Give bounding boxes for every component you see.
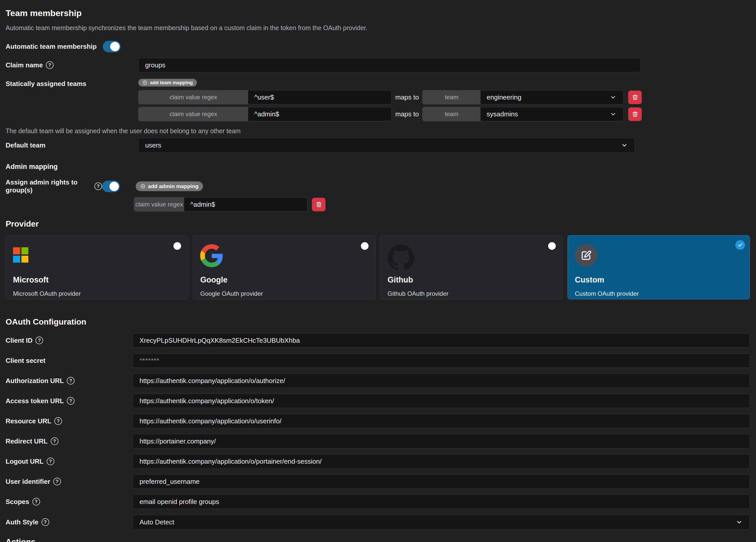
delete-mapping-button[interactable] xyxy=(312,198,325,211)
maps-to-label: maps to xyxy=(392,110,422,118)
section-description: Automatic team membership synchronizes t… xyxy=(6,24,750,32)
custom-edit-icon xyxy=(575,244,597,266)
chevron-down-icon xyxy=(610,110,617,118)
page-title: Team membership xyxy=(6,8,750,18)
provider-card-description: Google OAuth provider xyxy=(200,290,368,297)
access-token-url-label: Access token URL xyxy=(6,397,64,405)
trash-icon xyxy=(632,111,638,117)
client-id-label: Client ID xyxy=(6,337,32,345)
regex-value-input[interactable]: ^admin$ xyxy=(184,197,307,211)
selected-check-icon xyxy=(735,240,745,250)
provider-title: Provider xyxy=(6,219,750,228)
admin-mapping-row: claim value regex ^admin$ xyxy=(134,197,750,211)
help-icon[interactable] xyxy=(67,397,74,405)
team-mapping-row: claim value regex ^user$ maps to team en… xyxy=(138,90,750,104)
radio-unselected-icon[interactable] xyxy=(361,242,369,250)
regex-field-label: claim value regex xyxy=(138,107,248,121)
resource-url-input[interactable] xyxy=(133,414,750,428)
toggle-knob xyxy=(109,182,119,191)
help-icon[interactable] xyxy=(32,498,40,506)
redirect-url-input[interactable] xyxy=(133,434,750,448)
client-id-input[interactable] xyxy=(133,333,750,348)
plus-circle-icon xyxy=(142,80,147,85)
provider-card-title: Google xyxy=(200,276,368,285)
help-icon[interactable] xyxy=(94,182,102,190)
client-secret-label: Client secret xyxy=(6,357,45,365)
help-icon[interactable] xyxy=(67,377,74,385)
microsoft-logo-icon xyxy=(13,247,28,262)
radio-unselected-icon[interactable] xyxy=(548,242,556,250)
user-identifier-label: User identifier xyxy=(6,478,50,486)
authorization-url-input[interactable] xyxy=(133,374,750,388)
team-select[interactable]: engineering xyxy=(481,90,623,104)
add-admin-mapping-button[interactable]: add admin mapping xyxy=(136,181,203,191)
help-icon[interactable] xyxy=(42,518,49,526)
authorization-url-label: Authorization URL xyxy=(6,377,64,385)
provider-card-title: Github xyxy=(388,276,555,285)
logout-url-input[interactable] xyxy=(133,454,750,469)
provider-card-title: Microsoft xyxy=(13,276,181,285)
help-icon[interactable] xyxy=(51,437,58,445)
help-icon[interactable] xyxy=(53,478,61,485)
redirect-url-label: Redirect URL xyxy=(6,437,48,445)
provider-cards: Microsoft Microsoft OAuth provider Googl… xyxy=(6,235,750,299)
oauth-configuration-title: OAuth Configuration xyxy=(6,317,750,327)
provider-card-description: Github OAuth provider xyxy=(388,290,555,297)
default-team-note: The default team will be assigned when t… xyxy=(6,127,750,135)
claim-name-input[interactable] xyxy=(138,58,641,72)
claim-name-label: Claim name xyxy=(6,61,43,69)
scopes-label: Scopes xyxy=(6,498,29,506)
assign-admin-label: Assign admin rights to group(s) xyxy=(6,178,91,194)
chevron-down-icon xyxy=(735,518,743,526)
maps-to-label: maps to xyxy=(392,93,422,101)
help-icon[interactable] xyxy=(47,458,54,465)
regex-field-label: claim value regex xyxy=(138,90,248,104)
toggle-knob xyxy=(110,42,120,51)
help-icon[interactable] xyxy=(35,337,43,344)
team-mapping-row: claim value regex ^admin$ maps to team s… xyxy=(138,107,750,121)
provider-card-github[interactable]: Github Github OAuth provider xyxy=(380,235,563,299)
delete-mapping-button[interactable] xyxy=(628,91,642,104)
team-select[interactable]: sysadmins xyxy=(481,107,623,121)
resource-url-label: Resource URL xyxy=(6,417,51,425)
user-identifier-input[interactable] xyxy=(133,474,750,489)
add-team-mapping-button[interactable]: add team mapping xyxy=(138,79,197,86)
chevron-down-icon xyxy=(610,94,617,101)
trash-icon xyxy=(632,94,638,100)
auto-team-membership-label: Automatic team membership xyxy=(6,43,97,50)
regex-value-input[interactable]: ^admin$ xyxy=(248,107,392,121)
provider-card-microsoft[interactable]: Microsoft Microsoft OAuth provider xyxy=(6,235,188,299)
logout-url-label: Logout URL xyxy=(6,458,44,465)
delete-mapping-button[interactable] xyxy=(628,107,642,121)
github-logo-icon xyxy=(388,244,414,271)
static-teams-label: Statically assigned teams xyxy=(6,79,138,88)
plus-circle-icon xyxy=(140,184,145,189)
default-team-select[interactable]: users xyxy=(138,138,635,153)
provider-card-description: Microsoft OAuth provider xyxy=(13,290,181,297)
regex-field-label: claim value regex xyxy=(134,197,184,211)
default-team-label: Default team xyxy=(6,141,138,149)
client-secret-input[interactable] xyxy=(133,354,750,368)
team-field-label: team xyxy=(423,90,481,104)
provider-card-custom[interactable]: Custom Custom OAuth provider xyxy=(568,235,750,299)
help-icon[interactable] xyxy=(54,417,62,425)
auth-style-label: Auth Style xyxy=(6,518,39,526)
regex-value-input[interactable]: ^user$ xyxy=(248,90,392,104)
trash-icon xyxy=(316,201,322,208)
chevron-down-icon xyxy=(621,141,628,149)
google-logo-icon xyxy=(200,244,223,267)
provider-card-description: Custom OAuth provider xyxy=(575,290,742,297)
provider-card-google[interactable]: Google Google OAuth provider xyxy=(193,235,375,299)
access-token-url-input[interactable] xyxy=(133,394,750,408)
admin-mapping-title: Admin mapping xyxy=(6,163,750,171)
auth-style-select[interactable]: Auto Detect xyxy=(133,515,750,530)
team-field-label: team xyxy=(423,107,481,121)
scopes-input[interactable] xyxy=(133,495,750,509)
assign-admin-toggle[interactable] xyxy=(102,181,120,192)
help-icon[interactable] xyxy=(46,61,54,69)
provider-card-title: Custom xyxy=(575,276,742,285)
actions-title: Actions xyxy=(6,537,750,542)
auto-team-membership-toggle[interactable] xyxy=(103,41,121,52)
